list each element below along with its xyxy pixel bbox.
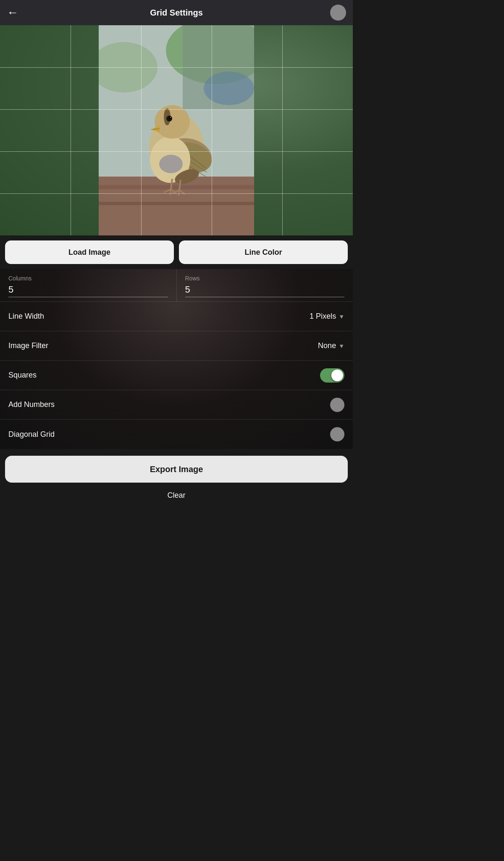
chevron-down-icon: ▼ [339, 313, 344, 320]
image-preview [0, 25, 353, 235]
diagonal-grid-toggle[interactable] [330, 427, 344, 441]
avatar [330, 5, 346, 21]
settings-area: Columns Rows Line Width 1 Pixels ▼ Image… [0, 269, 353, 449]
columns-label: Columns [8, 275, 168, 282]
app-header: ← Grid Settings [0, 0, 353, 25]
rows-group: Rows [177, 269, 353, 301]
svg-point-16 [155, 105, 190, 139]
action-buttons-row: Load Image Line Color [0, 235, 353, 269]
svg-rect-6 [99, 185, 254, 189]
line-width-value: 1 Pixels [310, 312, 336, 321]
svg-point-15 [159, 155, 183, 173]
image-filter-row[interactable]: Image Filter None ▼ [0, 331, 353, 361]
line-color-button[interactable]: Line Color [179, 240, 348, 264]
squares-label: Squares [8, 371, 37, 380]
page-title: Grid Settings [150, 8, 203, 18]
load-image-button[interactable]: Load Image [5, 240, 174, 264]
columns-input[interactable] [8, 284, 168, 297]
back-button[interactable]: ← [7, 7, 18, 18]
squares-toggle-thumb [331, 370, 343, 381]
chevron-down-icon-2: ▼ [339, 343, 344, 349]
svg-line-30 [178, 190, 179, 196]
columns-group: Columns [0, 269, 177, 301]
image-filter-value: None [318, 341, 336, 350]
diagonal-grid-row: Diagonal Grid [0, 420, 353, 449]
svg-point-19 [169, 116, 171, 119]
clear-button[interactable]: Clear [0, 483, 353, 508]
rows-input[interactable] [185, 284, 345, 297]
diagonal-grid-label: Diagonal Grid [8, 430, 55, 439]
export-image-button[interactable]: Export Image [5, 456, 348, 483]
svg-rect-7 [99, 202, 254, 205]
add-numbers-toggle[interactable] [330, 398, 344, 412]
line-width-label: Line Width [8, 312, 44, 321]
add-numbers-row: Add Numbers [0, 390, 353, 420]
bird-photo [99, 25, 254, 235]
svg-point-4 [204, 71, 254, 105]
squares-row: Squares [0, 361, 353, 390]
add-numbers-label: Add Numbers [8, 400, 55, 409]
image-filter-dropdown[interactable]: None ▼ [318, 341, 344, 350]
rows-label: Rows [185, 275, 345, 282]
svg-line-26 [170, 189, 171, 195]
image-filter-label: Image Filter [8, 341, 48, 350]
line-width-row[interactable]: Line Width 1 Pixels ▼ [0, 302, 353, 331]
squares-toggle[interactable] [320, 368, 344, 383]
columns-rows-row: Columns Rows [0, 269, 353, 302]
line-width-dropdown[interactable]: 1 Pixels ▼ [310, 312, 344, 321]
svg-point-20 [170, 117, 171, 118]
